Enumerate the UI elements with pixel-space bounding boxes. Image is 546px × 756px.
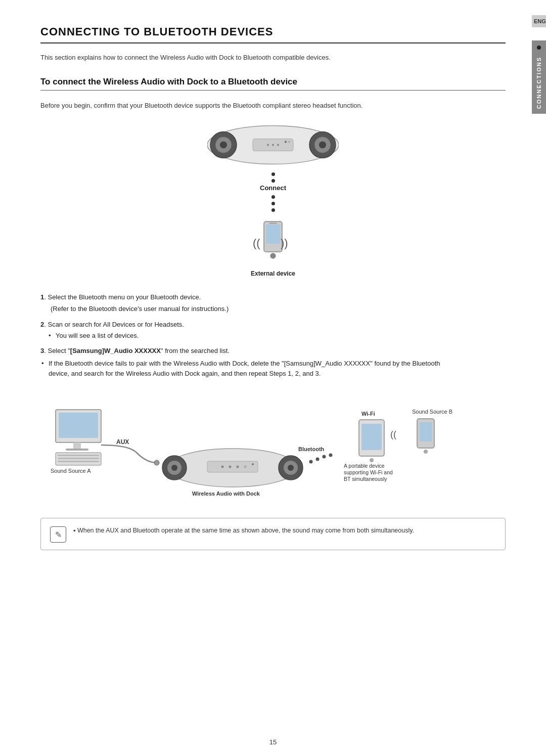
svg-point-3	[220, 142, 227, 149]
svg-point-11	[285, 141, 287, 143]
steps-section: 1. Select the Bluetooth menu on your Blu…	[40, 292, 506, 379]
svg-rect-36	[207, 461, 258, 472]
svg-text:Wireless Audio with Dock: Wireless Audio with Dock	[192, 491, 260, 497]
note-icon-symbol: ✎	[55, 530, 62, 540]
svg-rect-25	[58, 458, 99, 459]
svg-text:Wi-Fi: Wi-Fi	[361, 411, 375, 417]
bottom-diagram-svg: AUX Wireless Audio with Dock Sound Sourc…	[40, 394, 495, 506]
svg-point-39	[237, 466, 239, 468]
svg-point-12	[288, 141, 290, 143]
note-text: ▪ When the AUX and Bluetooth operate at …	[73, 525, 414, 536]
dot2	[271, 179, 275, 183]
svg-text:((: ((	[390, 429, 396, 439]
sub-intro: Before you begin, confirm that your Blue…	[40, 101, 506, 111]
svg-rect-15	[266, 225, 280, 244]
svg-rect-22	[66, 449, 88, 451]
dot1	[271, 172, 275, 176]
dot5	[271, 208, 275, 212]
note-icon: ✎	[50, 526, 66, 543]
main-title: CONNECTING TO BLUETOOTH DEVICES	[40, 25, 506, 43]
page-container: ENG CONNECTIONS CONNECTING TO BLUETOOTH …	[0, 0, 546, 756]
sidebar-dot	[537, 46, 541, 50]
section-heading: To connect the Wireless Audio with Dock …	[40, 77, 506, 91]
svg-text:A portable device: A portable device	[344, 463, 385, 469]
svg-point-46	[323, 455, 326, 459]
step-3-bold: [Samsung]W_Audio XXXXXX	[70, 347, 161, 354]
svg-point-16	[270, 253, 276, 258]
connections-sidebar: CONNECTIONS	[532, 40, 546, 114]
svg-rect-21	[73, 442, 81, 449]
svg-point-47	[329, 454, 333, 457]
svg-point-10	[277, 144, 279, 146]
svg-rect-26	[58, 461, 99, 462]
svg-text:Sound Source A: Sound Source A	[51, 468, 91, 474]
svg-text:AUX: AUX	[116, 438, 129, 446]
svg-text:Bluetooth: Bluetooth	[298, 446, 325, 452]
svg-point-9	[272, 144, 274, 146]
note-box: ✎ ▪ When the AUX and Bluetooth operate a…	[40, 518, 506, 550]
intro-text: This section explains how to connect the…	[40, 53, 506, 63]
svg-rect-55	[420, 422, 432, 441]
step-2-text: . Scan or search for All Devices or for …	[44, 321, 184, 328]
svg-point-37	[221, 466, 224, 468]
connect-diagram: Connect (( )) External device	[197, 122, 349, 277]
svg-point-41	[252, 463, 254, 465]
connect-dots: Connect	[260, 171, 286, 213]
eng-label: ENG	[534, 18, 546, 24]
svg-text:)): ))	[281, 237, 288, 249]
svg-point-8	[267, 144, 269, 146]
note-bullet: ▪	[73, 527, 77, 534]
speaker-svg	[207, 122, 339, 168]
step-1-sub: (Refer to the Bluetooth device's user ma…	[51, 304, 506, 315]
svg-rect-20	[59, 413, 98, 438]
svg-point-44	[309, 460, 313, 464]
phone-svg: (( ))	[253, 216, 293, 267]
svg-point-35	[288, 465, 294, 471]
step-1-text: . Select the Bluetooth menu on your Blue…	[44, 293, 201, 301]
svg-rect-17	[269, 223, 277, 224]
svg-text:Sound Source B: Sound Source B	[412, 409, 452, 415]
step-3: 3. Select "[Samsung]W_Audio XXXXXX" from…	[40, 346, 506, 379]
step-2: 2. Scan or search for All Devices or for…	[40, 320, 506, 341]
note-content: When the AUX and Bluetooth operate at th…	[77, 527, 414, 534]
svg-rect-50	[361, 424, 382, 450]
svg-point-45	[316, 458, 320, 461]
step-3-bullet: If the Bluetooth device fails to pair wi…	[49, 359, 453, 380]
svg-rect-24	[58, 455, 99, 456]
svg-point-56	[424, 450, 428, 454]
page-number: 15	[269, 738, 277, 746]
svg-text:BT simultaneously: BT simultaneously	[344, 476, 387, 482]
dot3	[271, 195, 275, 199]
svg-point-27	[154, 460, 159, 465]
svg-text:((: ((	[253, 237, 260, 249]
eng-tab: ENG	[532, 15, 546, 27]
external-device-label: External device	[251, 270, 295, 277]
dot4	[271, 202, 275, 205]
svg-point-6	[319, 142, 326, 149]
bottom-diagram: AUX Wireless Audio with Dock Sound Sourc…	[40, 394, 506, 506]
step-1: 1. Select the Bluetooth menu on your Blu…	[40, 292, 506, 315]
svg-point-40	[244, 466, 247, 468]
connections-label: CONNECTIONS	[536, 57, 542, 109]
svg-text:supporting Wi-Fi and: supporting Wi-Fi and	[344, 469, 393, 475]
step-2-bullet: You will see a list of devices.	[56, 331, 506, 341]
svg-point-51	[370, 458, 374, 462]
svg-point-32	[171, 465, 177, 471]
connect-label: Connect	[260, 184, 286, 192]
svg-point-38	[229, 466, 232, 468]
step-3-text: . Select "[Samsung]W_Audio XXXXXX" from …	[44, 347, 230, 354]
